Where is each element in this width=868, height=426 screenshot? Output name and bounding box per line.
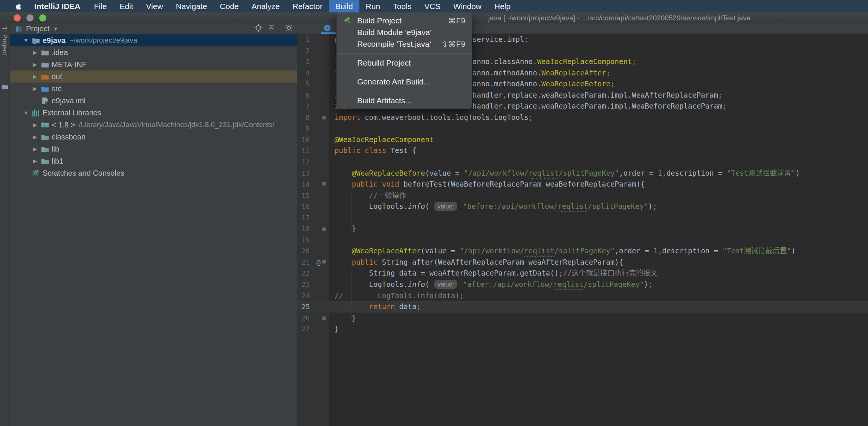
line-number[interactable]: 26 [297, 313, 313, 324]
line-number[interactable]: 2 [297, 45, 313, 57]
fold-marker-icon[interactable] [322, 316, 326, 320]
tree-item--1.8-[interactable]: ▶< 1.8 >/Library/Java/JavaVirtualMachine… [10, 119, 297, 131]
code-line-11[interactable]: 11public class Test { [297, 145, 868, 156]
tree-item-e9java[interactable]: ▼e9java~/work/project/e9java [10, 34, 297, 46]
folder-icon[interactable] [2, 84, 8, 91]
line-number[interactable]: 1 [297, 34, 313, 45]
menu-item-build-project[interactable]: Build Project⌘F9 [337, 15, 472, 26]
menubar-item-navigate[interactable]: Navigate [170, 0, 214, 12]
line-number[interactable]: 17 [297, 212, 313, 224]
project-panel-title[interactable]: Project [26, 25, 49, 33]
line-number[interactable]: 6 [297, 90, 313, 101]
tree-item-scratches-and-consoles[interactable]: Scratches and Consoles [10, 167, 297, 179]
tree-item-out[interactable]: ▶out [10, 70, 297, 83]
code-line-18[interactable]: 18 } [297, 223, 868, 234]
tree-item-lib[interactable]: ▶lib [10, 143, 297, 155]
gear-icon[interactable] [285, 24, 293, 34]
line-number[interactable]: 22 [297, 268, 313, 279]
close-button[interactable] [14, 14, 21, 21]
code-line-21[interactable]: 21@ public String after(WeaAfterReplaceP… [297, 257, 868, 268]
chevron-down-icon[interactable]: ▼ [53, 26, 58, 32]
line-number[interactable]: 4 [297, 67, 313, 79]
chevron-collapsed-icon[interactable]: ▶ [31, 146, 40, 152]
menu-item-generate-ant-build-[interactable]: Generate Ant Build... [337, 76, 472, 87]
code-line-25[interactable]: 25 return data; [297, 301, 868, 313]
code-line-17[interactable]: 17 [297, 212, 868, 224]
line-number[interactable]: 27 [297, 323, 313, 335]
line-number[interactable]: 20 [297, 245, 313, 257]
code-line-13[interactable]: 13 @WeaReplaceBefore(value = "/api/workf… [297, 168, 868, 179]
project-toolwindow-button[interactable]: 1: Project [1, 26, 8, 55]
apple-menu[interactable] [10, 0, 27, 12]
fold-marker-icon[interactable] [322, 182, 326, 186]
code-line-26[interactable]: 26 } [297, 313, 868, 324]
tree-item-e9java.iml[interactable]: e9java.iml [10, 95, 297, 107]
menubar-item-help[interactable]: Help [488, 0, 517, 12]
tree-item-external-libraries[interactable]: ▼External Libraries [10, 107, 297, 119]
code-line-24[interactable]: 24// LogTools.info(data); [297, 290, 868, 302]
line-number[interactable]: 11 [297, 145, 313, 156]
line-number[interactable]: 23 [297, 279, 313, 290]
line-number[interactable]: 21 [297, 257, 313, 268]
fold-marker-icon[interactable] [322, 260, 326, 264]
menubar-item-run[interactable]: Run [359, 0, 387, 12]
line-number[interactable]: 7 [297, 101, 313, 112]
chevron-collapsed-icon[interactable]: ▶ [31, 86, 40, 92]
code-line-20[interactable]: 20 @WeaReplaceAfter(value = "/api/workfl… [297, 245, 868, 257]
line-number[interactable]: 14 [297, 179, 313, 190]
locate-file-icon[interactable] [254, 24, 263, 34]
menu-item-rebuild-project[interactable]: Rebuild Project [337, 57, 472, 69]
menu-item-recompile-test-java-[interactable]: Recompile 'Test.java'⇧⌘F9 [337, 38, 472, 50]
chevron-collapsed-icon[interactable]: ▶ [31, 134, 40, 140]
line-number[interactable]: 9 [297, 123, 313, 134]
line-number[interactable]: 12 [297, 156, 313, 168]
code-line-16[interactable]: 16 LogTools.info( value: "before:/api/wo… [297, 201, 868, 212]
line-number[interactable]: 24 [297, 290, 313, 302]
minimize-button[interactable] [26, 14, 34, 21]
code-line-12[interactable]: 12 [297, 156, 868, 168]
menu-item-build-artifacts-[interactable]: Build Artifacts... [337, 95, 472, 106]
tree-item-classbean[interactable]: ▶classbean [10, 131, 297, 143]
line-number[interactable]: 5 [297, 78, 313, 90]
menubar-item-tools[interactable]: Tools [387, 0, 418, 12]
menubar-item-view[interactable]: View [140, 0, 170, 12]
tree-item-.idea[interactable]: ▶.idea [10, 46, 297, 58]
chevron-collapsed-icon[interactable]: ▶ [31, 61, 40, 67]
code-line-15[interactable]: 15 //一顿操作 [297, 190, 868, 201]
menubar-item-file[interactable]: File [88, 0, 113, 12]
menubar-item-code[interactable]: Code [214, 0, 245, 12]
code-line-22[interactable]: 22 String data = weaAfterReplaceParam.ge… [297, 268, 868, 279]
line-number[interactable]: 13 [297, 168, 313, 179]
chevron-expanded-icon[interactable]: ▼ [21, 110, 31, 116]
line-number[interactable]: 16 [297, 201, 313, 212]
chevron-collapsed-icon[interactable]: ▶ [31, 49, 40, 55]
tree-item-src[interactable]: ▶src [10, 83, 297, 95]
fold-marker-icon[interactable] [322, 115, 326, 120]
code-line-10[interactable]: 10@WeaIocReplaceComponent [297, 134, 868, 146]
zoom-button[interactable] [39, 14, 46, 21]
line-number[interactable]: 10 [297, 134, 313, 146]
line-number[interactable]: 18 [297, 223, 313, 234]
menubar-item-refactor[interactable]: Refactor [286, 0, 329, 12]
line-number[interactable]: 3 [297, 56, 313, 67]
line-number[interactable]: 25 [297, 301, 313, 313]
line-number[interactable]: 8 [297, 112, 313, 123]
tree-item-lib1[interactable]: ▶lib1 [10, 155, 297, 167]
menubar-item-edit[interactable]: Edit [113, 0, 139, 12]
annotation-gutter-icon[interactable]: @ [316, 257, 321, 268]
chevron-collapsed-icon[interactable]: ▶ [31, 122, 40, 128]
tree-item-meta-inf[interactable]: ▶META-INF [10, 58, 297, 70]
chevron-expanded-icon[interactable]: ▼ [21, 37, 31, 43]
code-line-14[interactable]: 14 public void beforeTest(WeaBeforeRepla… [297, 179, 868, 190]
menubar-item-window[interactable]: Window [447, 0, 488, 12]
collapse-all-icon[interactable] [267, 24, 275, 34]
chevron-collapsed-icon[interactable]: ▶ [31, 74, 40, 80]
code-line-27[interactable]: 27} [297, 323, 868, 335]
menubar-item-analyze[interactable]: Analyze [245, 0, 286, 12]
chevron-collapsed-icon[interactable]: ▶ [31, 158, 40, 164]
code-line-9[interactable]: 9 [297, 123, 868, 134]
java-class-tab-icon[interactable] [324, 25, 331, 33]
menu-item-build-module-e9java-[interactable]: Build Module 'e9java' [337, 26, 472, 38]
line-number[interactable]: 19 [297, 234, 313, 246]
menubar-item-intellij-idea[interactable]: IntelliJ IDEA [27, 0, 88, 12]
